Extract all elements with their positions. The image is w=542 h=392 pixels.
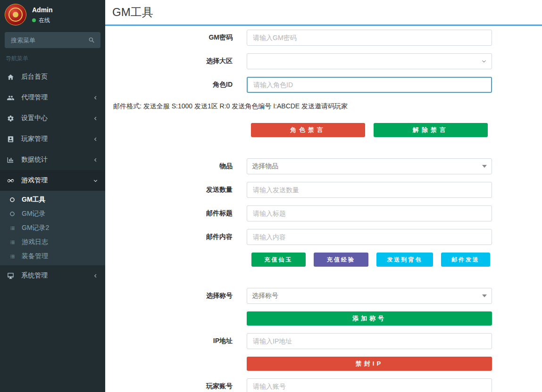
item-select-value: 选择物品 — [252, 162, 278, 171]
title-select-label: 选择称号 — [105, 292, 247, 300]
unmute-role-button[interactable]: 解除禁言 — [374, 123, 488, 137]
mail-title-label: 邮件标题 — [105, 209, 247, 218]
submenu-item-label: GM记录2 — [22, 224, 49, 232]
sidebar-item-label: 玩家管理 — [21, 135, 48, 143]
quantity-label: 发送数量 — [105, 186, 247, 194]
mail-title-input[interactable] — [247, 205, 492, 221]
role-id-label: 角色ID — [105, 81, 247, 89]
item-label: 物品 — [105, 162, 247, 171]
sidebar-item-label: 后台首页 — [21, 73, 48, 81]
player-card-icon — [7, 136, 17, 143]
gear-icon — [7, 115, 17, 122]
submenu-item-equipment[interactable]: 装备管理 — [0, 249, 105, 263]
chevron-left-icon — [93, 95, 98, 100]
menu-search-input[interactable] — [5, 33, 83, 48]
page-header: GM工具 — [105, 0, 542, 26]
list-icon — [9, 225, 19, 231]
ban-ip-button[interactable]: 禁封IP — [247, 357, 492, 371]
sidebar-search — [5, 32, 100, 48]
user-panel: Admin 在线 — [0, 0, 105, 28]
zone-select[interactable] — [247, 53, 492, 69]
sidebar-item-players[interactable]: 玩家管理 — [0, 129, 105, 149]
sidebar-item-agents[interactable]: 代理管理 — [0, 87, 105, 108]
account-input[interactable] — [247, 378, 492, 392]
search-button[interactable] — [83, 33, 100, 48]
title-select[interactable]: 选择称号 — [247, 288, 492, 304]
mail-content-label: 邮件内容 — [105, 233, 247, 241]
sidebar-item-label: 游戏管理 — [21, 176, 48, 185]
home-icon — [7, 74, 17, 81]
chevron-left-icon — [93, 137, 98, 142]
infinity-icon — [7, 177, 17, 184]
page-title: GM工具 — [112, 5, 153, 20]
ip-input[interactable] — [247, 333, 492, 349]
sidebar-item-label: 数据统计 — [21, 155, 48, 164]
submenu-item-label: GM记录 — [22, 210, 46, 218]
bar-chart-icon — [7, 156, 17, 163]
desktop-icon — [7, 272, 17, 279]
users-icon — [7, 94, 17, 101]
sidebar: Admin 在线 导航菜单 后台首页 — [0, 0, 105, 392]
sidebar-item-system[interactable]: 系统管理 — [0, 265, 105, 286]
user-info: Admin 在线 — [32, 5, 53, 24]
sidebar-item-statistics[interactable]: 数据统计 — [0, 149, 105, 170]
recharge-exp-button[interactable]: 充值经验 — [314, 253, 368, 267]
chevron-down-icon — [481, 58, 487, 64]
gm-tools-form: GM密码 选择大区 角色ID 邮件格式: 发送全服 S:1000 发送1区 R:… — [105, 26, 542, 392]
user-name: Admin — [32, 6, 53, 14]
sidebar-nav: 后台首页 代理管理 设置中心 玩家管理 — [0, 66, 105, 392]
gm-password-input[interactable] — [247, 30, 492, 46]
sidebar-item-label: 系统管理 — [21, 271, 48, 280]
role-id-input[interactable] — [247, 77, 492, 93]
chevron-left-icon — [93, 157, 98, 163]
mail-content-input[interactable] — [247, 229, 492, 245]
title-select-value: 选择称号 — [252, 292, 278, 300]
chevron-left-icon — [93, 116, 98, 121]
mute-role-button[interactable]: 角色禁言 — [251, 123, 365, 137]
submenu-item-gm-records[interactable]: GM记录 — [0, 207, 105, 221]
send-mail-button[interactable]: 邮件发送 — [441, 253, 490, 267]
list-icon — [9, 239, 19, 245]
list-icon — [9, 253, 19, 260]
item-select[interactable]: 选择物品 — [247, 158, 492, 174]
mail-format-help: 邮件格式: 发送全服 S:1000 发送1区 R:0 发送角色编号 I:ABCD… — [113, 101, 542, 111]
recharge-jade-button[interactable]: 充值仙玉 — [251, 253, 306, 267]
online-status-icon — [32, 18, 36, 22]
submenu-item-label: 游戏日志 — [22, 238, 48, 246]
circle-icon — [9, 197, 19, 203]
sidebar-item-label: 代理管理 — [21, 93, 48, 102]
chevron-left-icon — [93, 273, 98, 278]
submenu-item-game-logs[interactable]: 游戏日志 — [0, 235, 105, 249]
zone-label: 选择大区 — [105, 57, 247, 65]
sidebar-item-game-management[interactable]: 游戏管理 — [0, 170, 105, 191]
add-title-button[interactable]: 添加称号 — [247, 311, 492, 326]
submenu-item-label: GM工具 — [22, 196, 46, 204]
sidebar-item-label: 设置中心 — [21, 114, 48, 122]
game-management-submenu: GM工具 GM记录 GM记录2 游戏日志 — [0, 191, 105, 265]
app-logo — [5, 4, 26, 25]
account-label: 玩家账号 — [105, 382, 247, 391]
sidebar-item-settings[interactable]: 设置中心 — [0, 108, 105, 129]
caret-down-icon — [482, 294, 487, 297]
sidebar-item-dashboard[interactable]: 后台首页 — [0, 66, 105, 87]
send-to-backpack-button[interactable]: 发送到背包 — [376, 253, 433, 267]
user-status-label: 在线 — [39, 16, 50, 24]
user-status: 在线 — [32, 16, 53, 24]
logo-core — [13, 12, 18, 17]
chevron-down-icon — [93, 178, 98, 183]
quantity-input[interactable] — [247, 182, 492, 198]
caret-down-icon — [482, 165, 487, 168]
nav-section-label: 导航菜单 — [0, 48, 105, 66]
submenu-item-gm-tools[interactable]: GM工具 — [0, 193, 105, 207]
gm-password-label: GM密码 — [105, 33, 247, 42]
submenu-item-label: 装备管理 — [22, 252, 48, 261]
submenu-item-gm-records2[interactable]: GM记录2 — [0, 221, 105, 235]
logo-ring — [8, 8, 23, 22]
circle-icon — [9, 211, 19, 217]
main-area: GM工具 GM密码 选择大区 角色ID 邮件格式: 发送全服 S:1000 发送… — [105, 0, 542, 392]
search-icon — [88, 37, 95, 43]
ip-label: IP地址 — [105, 337, 247, 345]
